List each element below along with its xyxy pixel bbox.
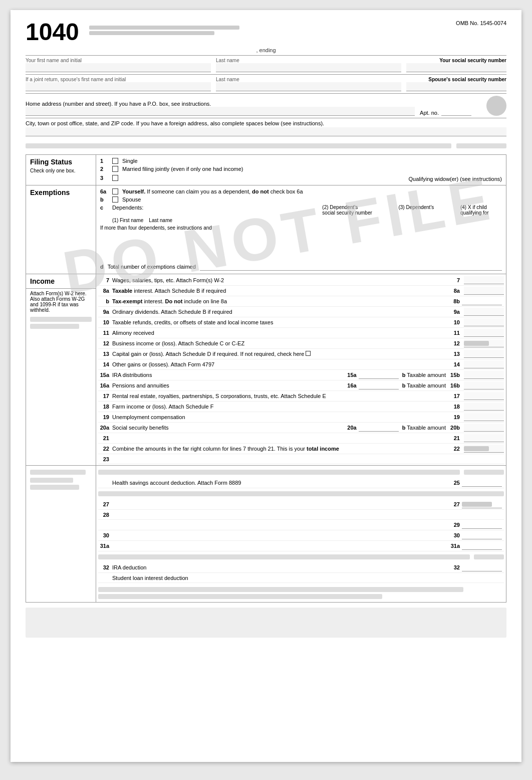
line-20a-field[interactable]	[359, 424, 399, 432]
spouse-ssn-value[interactable]	[406, 82, 506, 91]
address-value[interactable]	[26, 107, 415, 116]
city-row: City, town or post office, state, and ZI…	[26, 118, 506, 138]
spouse-first-value[interactable]	[26, 82, 211, 91]
address-row: Home address (number and street). If you…	[26, 93, 506, 118]
filing-status-content: 1 Single 2 Married filing jointly (even …	[96, 155, 506, 185]
exempt-item-b: b Spouse	[100, 196, 502, 204]
filing-item-1: 1 Single	[100, 157, 502, 165]
adjustments-left-col	[26, 466, 96, 602]
checkbox-married-joint[interactable]	[112, 166, 118, 172]
checkbox-3[interactable]	[112, 175, 118, 181]
income-line-17: 17 Rental real estate, royalties, partne…	[98, 391, 504, 402]
line-16b-value[interactable]	[464, 381, 504, 389]
form-1040-page: 1040 OMB No. 1545-0074 , ending Your fir…	[11, 10, 521, 762]
header-right: OMB No. 1545-0074	[456, 20, 506, 26]
line-30-field[interactable]	[462, 531, 502, 539]
address-label: Home address (number and street). If you…	[26, 101, 415, 116]
income-line-11: 11 Alimony received 11	[98, 328, 504, 338]
line-29-field[interactable]	[462, 521, 502, 529]
income-line-13: 13 Capital gain or (loss). Attach Schedu…	[98, 349, 504, 359]
last-name-field: Last name	[216, 58, 401, 72]
income-line-23: 23	[98, 454, 504, 464]
filing-status-title-col: Filing Status Check only one box.	[26, 155, 96, 185]
income-line-8a: 8a Taxable interest. Attach Schedule B i…	[98, 286, 504, 296]
line-8a-value[interactable]	[464, 287, 504, 295]
filing-status-section: Filing Status Check only one box. 1 Sing…	[26, 154, 506, 185]
income-line-7: 7 Wages, salaries, tips, etc. Attach For…	[98, 275, 504, 286]
line-25-field[interactable]	[462, 479, 502, 487]
line-31a-field[interactable]	[462, 542, 502, 550]
line-20b-value[interactable]	[464, 424, 504, 432]
spouse-last-name-field: Last name	[216, 77, 401, 91]
line-10-value[interactable]	[464, 318, 504, 326]
filing-item-2: 2 Married filing jointly (even if only o…	[100, 165, 502, 173]
income-line-9a: 9a Ordinary dividends. Attach Schedule B…	[98, 307, 504, 317]
header: 1040 OMB No. 1545-0074	[26, 20, 506, 44]
income-line-14: 14 Other gains or (losses). Attach Form …	[98, 359, 504, 370]
line-27-field[interactable]	[462, 500, 502, 508]
line-21-value[interactable]	[464, 434, 504, 442]
line-11-value[interactable]	[464, 329, 504, 337]
line-32-field[interactable]	[462, 563, 502, 571]
income-line-12: 12 Business income or (loss). Attach Sch…	[98, 338, 504, 349]
exempt-item-6a: 6a Yourself. If someone can claim you as…	[100, 187, 502, 196]
blurred-row-1	[26, 141, 506, 150]
line-15a-field[interactable]	[359, 371, 399, 379]
checkbox-single[interactable]	[112, 158, 118, 164]
income-line-16: 16a Pensions and annuities 16a b Taxable…	[98, 380, 504, 391]
income-line-20: 20a Social security benefits 20a b Taxab…	[98, 423, 504, 433]
line-13-value[interactable]	[464, 350, 504, 358]
adjustments-section: Health savings account deduction. Attach…	[26, 466, 506, 603]
line-17-value[interactable]	[464, 392, 504, 400]
adj-line-29: 29	[98, 520, 504, 530]
adj-line-student-loan: Student loan interest deduction	[98, 573, 504, 583]
header-middle	[89, 20, 456, 37]
exemptions-section: Exemptions 6a Yourself. If someone can c…	[26, 185, 506, 274]
city-value[interactable]	[26, 127, 506, 136]
adj-line-32: 32 IRA deduction 32	[98, 562, 504, 573]
line-15b-value[interactable]	[464, 371, 504, 379]
line-7-value[interactable]	[464, 276, 504, 284]
income-lines-col: 7 Wages, salaries, tips, etc. Attach For…	[96, 274, 506, 465]
exemptions-d-row: d Total number of exemptions claimed	[100, 262, 502, 272]
apt-value[interactable]	[441, 107, 471, 116]
adj-blur-row	[98, 467, 504, 478]
name-row-2: If a joint return, spouse's first name a…	[26, 74, 506, 93]
exemptions-d-value[interactable]	[200, 263, 502, 271]
line-18-value[interactable]	[464, 403, 504, 411]
adjustments-lines: Health savings account deduction. Attach…	[96, 466, 506, 602]
income-title-col: Income	[26, 274, 96, 289]
adj-bottom-blur	[98, 587, 504, 599]
spouse-last-value[interactable]	[216, 82, 401, 91]
income-section: Income Attach Form(s) W-2 here. Also att…	[26, 274, 506, 466]
line-8b-field[interactable]	[462, 297, 502, 305]
ssn-value[interactable]	[406, 63, 506, 72]
line-16a-field[interactable]	[359, 381, 399, 389]
exemptions-content: 6a Yourself. If someone can claim you as…	[96, 185, 506, 274]
dep-name-header: (1) First name Last name	[112, 218, 502, 223]
line-22-value[interactable]	[464, 445, 504, 453]
line-14-value[interactable]	[464, 360, 504, 368]
line-12-value[interactable]	[464, 339, 504, 347]
line-19-value[interactable]	[464, 413, 504, 421]
header-subtitle-blur	[89, 26, 239, 30]
omb-number: OMB No. 1545-0074	[456, 20, 506, 26]
adj-line-27: 27 27	[98, 499, 504, 510]
checkbox-yourself[interactable]	[112, 188, 118, 194]
income-line-22: 22 Combine the amounts in the far right …	[98, 444, 504, 454]
line-9a-value[interactable]	[464, 308, 504, 316]
header-subtitle-blur2	[89, 31, 214, 35]
checkbox-13[interactable]	[306, 351, 311, 356]
form-number: 1040	[26, 20, 79, 44]
adj-blur-row2	[98, 488, 504, 499]
income-line-10: 10 Taxable refunds, credits, or offsets …	[98, 317, 504, 328]
ending-text: , ending	[26, 47, 506, 53]
footer-blur	[26, 608, 506, 638]
adj-line-25: Health savings account deduction. Attach…	[98, 478, 504, 488]
spouse-ssn-field: Spouse's social security number	[406, 77, 506, 91]
last-name-value[interactable]	[216, 63, 401, 72]
name-row-1: Your first name and initial Last name Yo…	[26, 55, 506, 74]
checkbox-spouse[interactable]	[112, 197, 118, 203]
first-name-value[interactable]	[26, 63, 211, 72]
adj-line-30: 30 30	[98, 530, 504, 541]
